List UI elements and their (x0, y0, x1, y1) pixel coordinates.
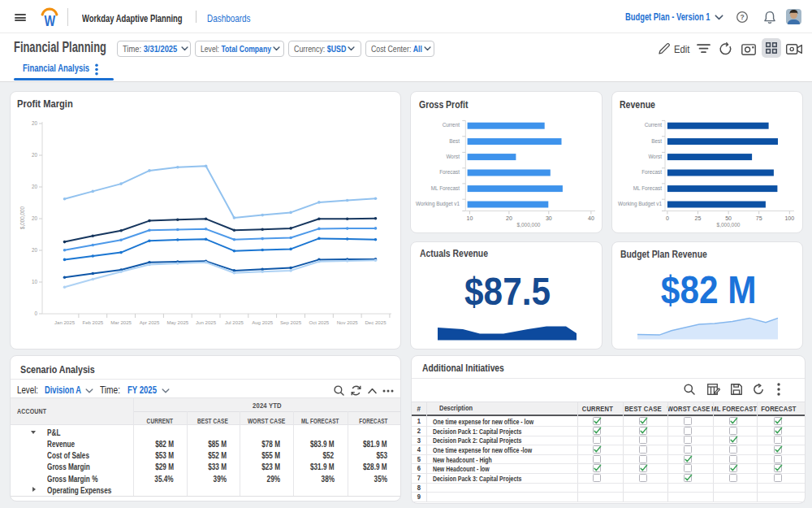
svg-text:Nov 2025: Nov 2025 (337, 319, 359, 325)
svg-text:Feb 2025: Feb 2025 (82, 319, 103, 325)
svg-text:20: 20 (32, 120, 38, 126)
svg-text:Jul 2025: Jul 2025 (225, 319, 244, 325)
svg-text:?: ? (740, 13, 744, 21)
svg-text:Best: Best (651, 138, 662, 144)
svg-text:10: 10 (467, 215, 473, 221)
svg-text:Jun 2025: Jun 2025 (196, 319, 217, 325)
svg-text:20: 20 (32, 152, 38, 158)
svg-text:Dec 2025: Dec 2025 (365, 319, 387, 325)
svg-text:Best: Best (449, 138, 460, 144)
svg-text:ML Forecast: ML Forecast (431, 185, 460, 191)
svg-text:Apr 2025: Apr 2025 (140, 319, 160, 325)
svg-text:Forecast: Forecast (641, 169, 662, 175)
svg-text:Working Budget v1: Working Budget v1 (416, 201, 460, 207)
svg-text:$,000,000: $,000,000 (19, 206, 25, 229)
svg-text:ML Forecast: ML Forecast (633, 185, 663, 191)
svg-text:30: 30 (546, 215, 552, 221)
svg-text:W: W (44, 12, 55, 27)
svg-text:Forecast: Forecast (439, 169, 460, 175)
svg-text:20: 20 (32, 247, 38, 253)
svg-text:Current: Current (443, 122, 460, 128)
svg-text:Sep 2025: Sep 2025 (280, 319, 302, 325)
svg-text:$,000,000: $,000,000 (717, 222, 741, 228)
svg-text:Current: Current (645, 122, 663, 128)
svg-text:Worst: Worst (446, 154, 460, 159)
svg-text:Worst: Worst (648, 154, 662, 159)
svg-text:20: 20 (32, 184, 38, 189)
svg-text:25: 25 (695, 215, 702, 221)
svg-text:40: 40 (588, 215, 594, 221)
svg-text:Mar 2025: Mar 2025 (110, 319, 132, 325)
svg-text:Oct 2025: Oct 2025 (309, 319, 330, 325)
svg-text:10: 10 (32, 279, 38, 284)
svg-text:0: 0 (666, 215, 669, 221)
svg-text:$,000,000: $,000,000 (517, 222, 541, 228)
svg-text:100: 100 (784, 215, 794, 221)
svg-text:50: 50 (725, 215, 732, 221)
svg-text:20: 20 (506, 215, 512, 221)
svg-text:20: 20 (32, 215, 38, 221)
svg-text:May 2025: May 2025 (166, 319, 188, 325)
svg-text:0: 0 (34, 310, 37, 316)
svg-text:Jan 2025: Jan 2025 (54, 319, 76, 325)
svg-text:Aug 2025: Aug 2025 (252, 319, 274, 325)
svg-text:75: 75 (756, 215, 762, 221)
svg-text:Working Budget v1: Working Budget v1 (618, 201, 662, 207)
